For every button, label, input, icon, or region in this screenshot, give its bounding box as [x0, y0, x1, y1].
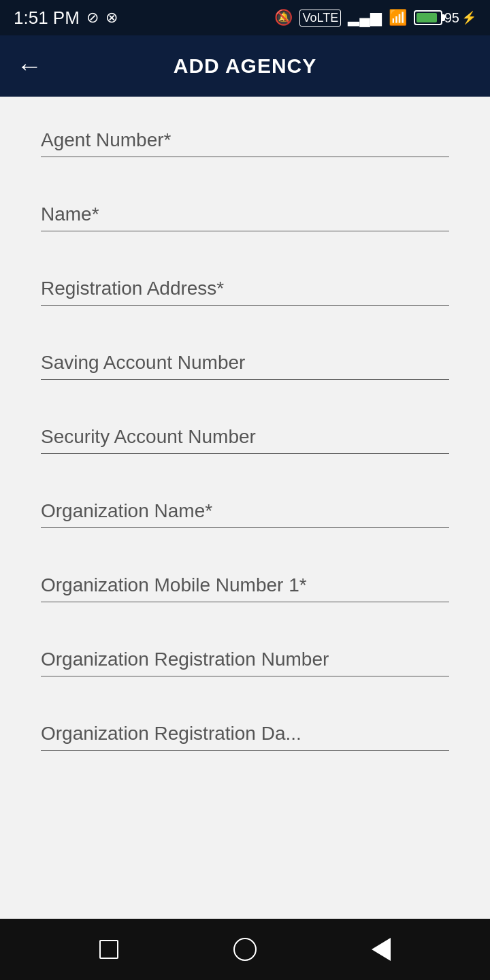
charging-icon: ⚡	[461, 10, 476, 25]
battery-percent: 95	[444, 10, 459, 26]
home-nav-button[interactable]	[228, 932, 262, 966]
wifi-icon: 📶	[389, 9, 407, 27]
security-account-number-field	[41, 407, 449, 454]
name-input[interactable]	[41, 198, 449, 231]
back-nav-button[interactable]	[364, 932, 398, 966]
battery-indicator: 95 ⚡	[414, 10, 476, 26]
organization-registration-number-field	[41, 630, 449, 676]
signal-icon: ▂▄▆	[348, 9, 382, 27]
bottom-nav-bar	[0, 919, 490, 980]
security-account-number-input[interactable]	[41, 421, 449, 454]
registration-address-field	[41, 259, 449, 306]
status-right: 🔕 VoLTE ▂▄▆ 📶 95 ⚡	[274, 9, 476, 27]
notification-icon: ⊘	[86, 9, 99, 27]
organization-registration-date-field-partial	[41, 704, 449, 751]
volte-icon: VoLTE	[299, 10, 341, 27]
name-field	[41, 184, 449, 231]
back-button[interactable]: ←	[16, 53, 42, 79]
agent-number-input[interactable]	[41, 124, 449, 157]
circle-icon	[233, 938, 257, 961]
organization-registration-date-input[interactable]	[41, 717, 449, 751]
organization-name-field	[41, 481, 449, 528]
organization-registration-number-input[interactable]	[41, 643, 449, 676]
top-nav-bar: ← ADD AGENCY	[0, 35, 490, 97]
agent-number-field	[41, 110, 449, 157]
status-time: 1:51 PM	[14, 7, 80, 29]
battery-box	[414, 10, 442, 25]
battery-fill	[416, 13, 438, 22]
square-nav-button[interactable]	[92, 932, 126, 966]
page-title: ADD AGENCY	[174, 54, 317, 78]
triangle-icon	[372, 938, 391, 961]
registration-address-input[interactable]	[41, 272, 449, 306]
square-icon	[99, 940, 118, 959]
status-left: 1:51 PM ⊘ ⊗	[14, 7, 118, 29]
organization-name-input[interactable]	[41, 495, 449, 528]
organization-mobile-1-input[interactable]	[41, 569, 449, 602]
status-bar: 1:51 PM ⊘ ⊗ 🔕 VoLTE ▂▄▆ 📶 95 ⚡	[0, 0, 490, 35]
saving-account-number-input[interactable]	[41, 346, 449, 380]
back-arrow-icon: ←	[16, 53, 42, 79]
saving-account-number-field	[41, 333, 449, 380]
form-content	[0, 97, 490, 919]
mute-icon: 🔕	[274, 9, 293, 27]
organization-mobile-1-field	[41, 555, 449, 602]
second-icon: ⊗	[105, 9, 118, 27]
